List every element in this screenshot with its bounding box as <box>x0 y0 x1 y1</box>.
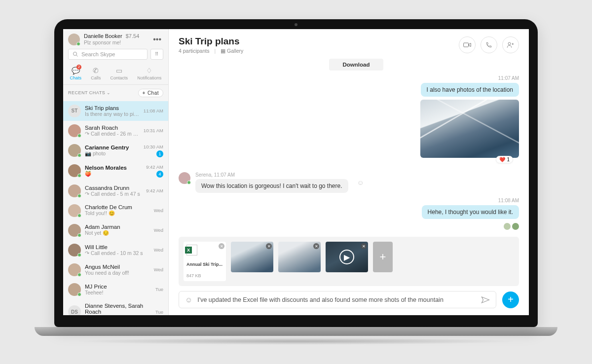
chat-pane: Ski Trip plans 4 participants | ▦ Galler… <box>169 29 529 315</box>
remove-attachment-icon[interactable]: ✕ <box>313 243 319 249</box>
chat-time: 9:42 AM4 <box>146 164 163 178</box>
remove-attachment-icon[interactable]: ✕ <box>361 243 367 249</box>
tab-notifications[interactable]: ♢ Notifications <box>134 66 164 81</box>
search-icon <box>73 51 78 57</box>
video-call-button[interactable] <box>459 36 476 53</box>
remove-attachment-icon[interactable]: ✕ <box>266 243 272 249</box>
chat-avatar: DS <box>68 305 81 315</box>
excel-icon <box>186 245 197 255</box>
chat-time: Tue <box>155 309 163 315</box>
chat-name: Cassandra Drunn <box>85 185 142 191</box>
chat-name: MJ Price <box>85 284 151 290</box>
chat-time: Wed <box>154 247 163 253</box>
attachment-tray: ✕ Annual Ski Trip... 847 KB ✕ ✕ ✕ ▶ + <box>179 237 519 286</box>
chat-name: Adam Jarman <box>85 224 150 230</box>
new-action-button[interactable]: + <box>502 291 519 308</box>
chat-time: 10:30 AM1 <box>144 144 163 157</box>
search-placeholder: Search Skype <box>81 51 115 57</box>
profile-name: Danielle Booker <box>84 33 122 39</box>
profile-mood: Plz sponsor me! <box>84 39 147 46</box>
add-participant-button[interactable] <box>502 36 519 53</box>
attachment-video[interactable]: ✕ ▶ <box>326 242 368 272</box>
chat-time: Wed <box>154 227 163 233</box>
chat-time: 10:31 AM <box>144 128 163 133</box>
chat-name: Angus McNeil <box>85 264 150 270</box>
chat-avatar <box>68 204 81 217</box>
chat-list-item[interactable]: Adam JarmanNot yet 😔Wed <box>63 220 168 240</box>
presence-dot <box>76 42 80 46</box>
chat-name: Ski Trip plans <box>85 105 140 111</box>
chat-avatar <box>68 124 81 137</box>
chat-list: STSki Trip plansIs there any way to pin … <box>63 101 168 315</box>
chat-name: Carianne Gentry <box>85 145 140 150</box>
chat-list-item[interactable]: STSki Trip plansIs there any way to pin … <box>63 101 168 121</box>
svg-point-0 <box>74 52 77 55</box>
phone-icon <box>485 41 492 48</box>
tab-calls[interactable]: ✆ Calls <box>88 66 104 81</box>
download-button[interactable]: Download <box>329 59 384 71</box>
reaction-badge[interactable]: ❤️ 1 <box>496 156 513 163</box>
chat-list-item[interactable]: Cassandra Drunn↷ Call ended - 5 m 47 s9:… <box>63 181 168 201</box>
photo-message[interactable] <box>420 100 519 158</box>
add-attachment-button[interactable]: + <box>373 242 393 272</box>
react-icon[interactable]: ☺ <box>357 179 364 186</box>
remove-attachment-icon[interactable]: ✕ <box>219 243 224 249</box>
emoji-picker-icon[interactable]: ☺ <box>185 295 192 304</box>
chat-list-item[interactable]: Carianne Gentry📷 photo10:30 AM1 <box>63 141 168 161</box>
search-input[interactable]: Search Skype <box>68 49 148 60</box>
chat-name: Nelson Morales <box>85 165 142 171</box>
chat-list-item[interactable]: Charlotte De CrumTold you!! 😊Wed <box>63 201 168 220</box>
send-icon[interactable] <box>481 296 490 304</box>
chevron-down-icon: ⌄ <box>107 90 111 95</box>
profile-credit: $7.54 <box>126 33 140 39</box>
chat-avatar <box>68 184 81 197</box>
timestamp: 11:08 AM <box>179 198 519 203</box>
tab-contacts[interactable]: ▭ Contacts <box>108 66 131 81</box>
chat-list-item[interactable]: Angus McNeilYou need a day off!Wed <box>63 260 168 280</box>
more-icon[interactable]: ••• <box>151 35 163 44</box>
message-input[interactable]: ☺ I've updated the Excel file with disco… <box>179 291 496 308</box>
attachment-image[interactable]: ✕ <box>231 242 273 272</box>
chat-time: 9:42 AM <box>146 188 163 193</box>
profile-row[interactable]: Danielle Booker $7.54 Plz sponsor me! ••… <box>63 29 168 49</box>
chats-badge: 2 <box>76 65 81 70</box>
chat-list-item[interactable]: Nelson Morales🍑9:42 AM4 <box>63 161 168 181</box>
chat-time: Wed <box>154 208 163 213</box>
sender-avatar[interactable] <box>179 172 190 184</box>
read-receipts <box>504 223 519 230</box>
svg-point-3 <box>508 42 511 45</box>
bell-icon: ♢ <box>146 67 152 74</box>
phone-icon: ✆ <box>93 67 99 74</box>
camera-dot <box>295 23 297 26</box>
chat-list-item[interactable]: Sarah Roach↷ Call ended - 26 m 23 s10:31… <box>63 121 168 141</box>
dialpad-icon: ⠿ <box>155 51 159 57</box>
chat-list-item[interactable]: MJ PriceTeehee!Tue <box>63 280 168 299</box>
sender-label: Serena, 11:07 AM <box>195 172 348 178</box>
chat-preview: 🍑 <box>85 171 142 177</box>
chat-avatar <box>68 263 81 276</box>
add-person-icon <box>507 41 515 48</box>
attachment-image[interactable]: ✕ <box>278 242 321 272</box>
message-in: Wow this location is gorgeous! I can't w… <box>195 179 348 193</box>
message-out: I also have photos of the location <box>421 83 519 97</box>
dialpad-button[interactable]: ⠿ <box>150 49 163 60</box>
chat-time: 11:08 AM <box>144 108 163 113</box>
participants-label[interactable]: 4 participants <box>179 48 209 54</box>
chat-list-item[interactable]: DSDianne Stevens, Sarah Roach📋 Meeting m… <box>63 299 168 315</box>
recent-chats-label[interactable]: RECENT CHATS ⌄ <box>68 90 111 95</box>
gallery-link[interactable]: ▦ Gallery <box>221 48 243 54</box>
chat-name: Will Little <box>85 244 150 250</box>
attachment-file[interactable]: ✕ Annual Ski Trip... 847 KB <box>184 242 226 281</box>
chat-list-item[interactable]: Will Little↷ Call ended - 10 m 32 sWed <box>63 240 168 260</box>
message-out: Hehe, I thought you would like it. <box>422 205 519 219</box>
user-avatar[interactable] <box>68 34 80 45</box>
chat-preview: Not yet 😔 <box>85 230 150 236</box>
tab-chats[interactable]: 💬 Chats 2 <box>67 66 85 81</box>
svg-rect-2 <box>464 43 469 47</box>
play-icon: ▶ <box>339 250 354 264</box>
heart-icon: ❤️ <box>499 157 505 162</box>
audio-call-button[interactable] <box>481 36 497 53</box>
chat-preview: Teehee! <box>85 290 151 295</box>
chat-preview: Is there any way to pin these ... <box>85 111 140 117</box>
new-chat-button[interactable]: + Chat <box>138 89 163 97</box>
